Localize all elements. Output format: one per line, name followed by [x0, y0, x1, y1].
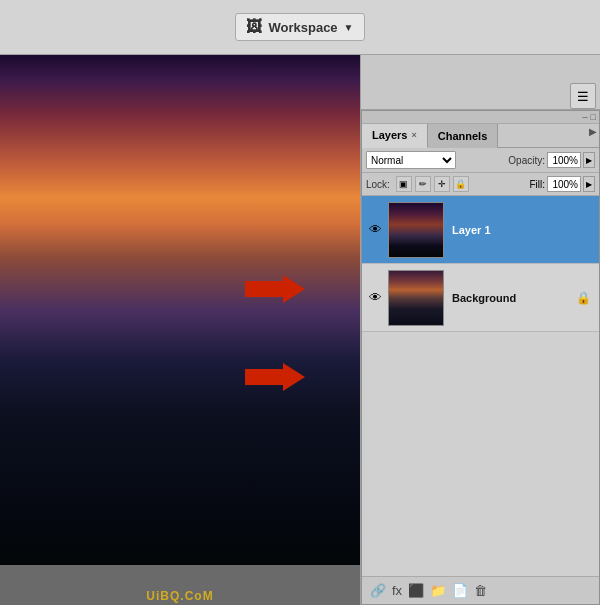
lock-transparent-btn[interactable]: ▣: [396, 176, 412, 192]
panel-icon-btn[interactable]: ☰: [570, 83, 596, 109]
mask-icon[interactable]: ⬛: [408, 583, 424, 598]
blend-mode-select[interactable]: Normal: [366, 151, 456, 169]
visibility-icon-background[interactable]: 👁: [366, 289, 384, 307]
new-group-icon[interactable]: 📁: [430, 583, 446, 598]
red-arrow-background: [245, 363, 305, 391]
link-icon[interactable]: 🔗: [370, 583, 386, 598]
opacity-input[interactable]: [547, 152, 581, 168]
opacity-arrow-btn[interactable]: ▶: [583, 152, 595, 168]
lock-icons: ▣ ✏ ✛ 🔒: [396, 176, 469, 192]
delete-icon[interactable]: 🗑: [474, 583, 487, 598]
channels-tab-label: Channels: [438, 130, 488, 142]
fill-row: Fill: ▶: [529, 176, 595, 192]
panel-maximize[interactable]: □: [591, 112, 596, 122]
layers-tab-label: Layers: [372, 129, 407, 141]
tab-channels[interactable]: Channels: [428, 124, 499, 148]
panel-minimize[interactable]: –: [583, 112, 588, 122]
fill-input[interactable]: [547, 176, 581, 192]
fill-arrow-btn[interactable]: ▶: [583, 176, 595, 192]
layers-panel-icon: ☰: [577, 89, 589, 104]
lock-position-btn[interactable]: ✛: [434, 176, 450, 192]
layer-name-1: Layer 1: [448, 224, 595, 236]
panel-menu-button[interactable]: ▶: [589, 126, 597, 137]
layers-panel: – □ Layers × Channels ▶ Normal: [361, 110, 600, 605]
main-area: UiBQ.CoM ☰ – □ Layers × Channel: [0, 55, 600, 605]
layer-list: 👁 Layer 1 👁 Background 🔒: [362, 196, 599, 576]
workspace-label: Workspace: [268, 20, 337, 35]
workspace-icon: 🖼: [246, 18, 262, 36]
background-lock-icon: 🔒: [576, 291, 591, 305]
opacity-row: Opacity: ▶: [508, 152, 595, 168]
lock-label: Lock:: [366, 179, 390, 190]
canvas-area: UiBQ.CoM: [0, 55, 360, 605]
lock-all-btn[interactable]: 🔒: [453, 176, 469, 192]
photo-canvas: [0, 55, 360, 565]
visibility-icon-layer1[interactable]: 👁: [366, 221, 384, 239]
blend-row: Normal Opacity: ▶: [362, 148, 599, 173]
lock-pixels-btn[interactable]: ✏: [415, 176, 431, 192]
workspace-button[interactable]: 🖼 Workspace ▼: [235, 13, 364, 41]
svg-marker-1: [245, 363, 305, 391]
lock-row: Lock: ▣ ✏ ✛ 🔒 Fill: ▶: [362, 173, 599, 196]
bottom-icons: 🔗 fx ⬛ 📁 📄 🗑: [370, 583, 487, 598]
tab-bar: Layers × Channels ▶: [362, 124, 599, 148]
layers-bottom: 🔗 fx ⬛ 📁 📄 🗑: [362, 576, 599, 604]
dropdown-arrow-icon: ▼: [344, 22, 354, 33]
layer-name-background: Background: [448, 292, 572, 304]
layer-item-background[interactable]: 👁 Background 🔒: [362, 264, 599, 332]
layer-thumb-1: [388, 202, 444, 258]
tab-layers[interactable]: Layers ×: [362, 124, 428, 148]
layers-tab-close[interactable]: ×: [411, 130, 416, 140]
watermark: UiBQ.CoM: [146, 589, 213, 603]
layer-thumb-background: [388, 270, 444, 326]
top-toolbar: 🖼 Workspace ▼: [0, 0, 600, 55]
fill-label: Fill:: [529, 179, 545, 190]
right-panel: ☰ – □ Layers × Channels ▶: [360, 55, 600, 605]
fx-icon[interactable]: fx: [392, 583, 402, 598]
red-arrow-layer1: [245, 275, 305, 303]
svg-marker-0: [245, 275, 305, 303]
layer-item-1[interactable]: 👁 Layer 1: [362, 196, 599, 264]
new-layer-icon[interactable]: 📄: [452, 583, 468, 598]
opacity-label: Opacity:: [508, 155, 545, 166]
panel-top-icons: ☰: [361, 55, 600, 110]
